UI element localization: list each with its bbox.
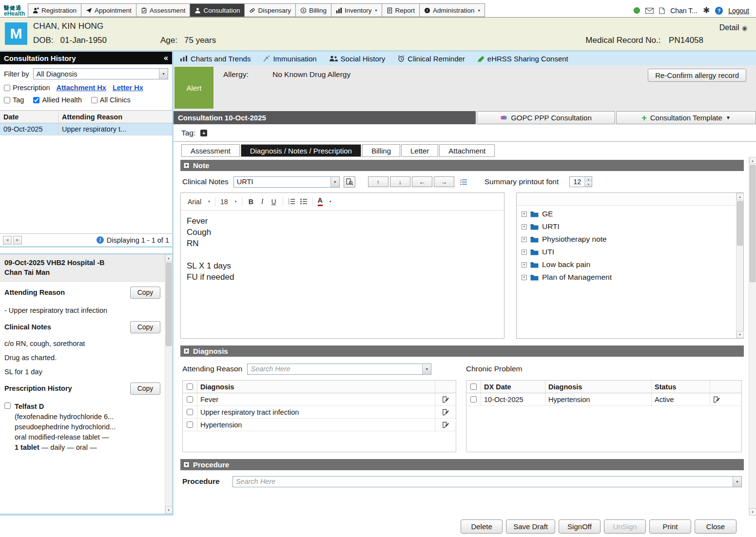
immunisation-link[interactable]: Immunisation: [263, 55, 316, 63]
logout-link[interactable]: Logout: [728, 7, 749, 15]
italic-button[interactable]: I: [260, 198, 265, 206]
chronic-problem-row[interactable]: 10-Oct-2025 Hypertension Active: [466, 393, 741, 406]
edit-diagnosis-icon[interactable]: [435, 406, 456, 418]
nav-tab-administration[interactable]: i Administration ▾: [419, 3, 485, 17]
tree-item-low-back-pain[interactable]: + Low back pain: [522, 260, 731, 269]
status-column-header[interactable]: Status: [652, 381, 710, 393]
tab-attachment[interactable]: Attachment: [439, 144, 495, 157]
diagnosis-row-checkbox[interactable]: [187, 396, 193, 403]
diagnosis-filter-select[interactable]: All Diagnosis ▼: [33, 68, 168, 79]
page-next-button[interactable]: ►: [13, 236, 22, 245]
collapse-panel-icon[interactable]: «: [164, 54, 168, 62]
attending-reason-column-header[interactable]: Attending Reason: [58, 113, 172, 121]
scrollbar-thumb[interactable]: [166, 263, 172, 346]
scroll-up-icon[interactable]: ▲: [165, 254, 173, 262]
scroll-up-icon[interactable]: ▲: [749, 157, 756, 164]
expand-icon[interactable]: +: [522, 249, 527, 255]
dx-date-column-header[interactable]: DX Date: [481, 381, 545, 393]
tree-item-uti[interactable]: + UTI: [522, 248, 731, 256]
spinner-down-icon[interactable]: ▼: [585, 182, 592, 187]
diagnosis-row-fever[interactable]: Fever: [183, 393, 456, 406]
close-button[interactable]: Close: [695, 519, 737, 534]
chronic-row-checkbox[interactable]: [470, 396, 477, 403]
prescription-checkbox[interactable]: [4, 85, 10, 91]
tree-item-physiotherapy-note[interactable]: + Physiotherapy note: [522, 235, 731, 244]
font-size-dropdown[interactable]: 18 ▾: [220, 198, 237, 206]
copy-prescription-button[interactable]: Copy: [130, 383, 160, 395]
tree-item-urti[interactable]: + URTI: [522, 222, 731, 231]
nav-tab-report[interactable]: Report: [382, 3, 420, 17]
clinical-notes-select[interactable]: URTI ▼: [233, 176, 340, 188]
edit-diagnosis-icon[interactable]: [435, 393, 456, 405]
diagnosis-column-header[interactable]: Diagnosis: [197, 381, 435, 393]
prescription-item-checkbox[interactable]: [4, 403, 11, 409]
tab-assessment[interactable]: Assessment: [181, 144, 240, 157]
diagnosis-row-checkbox[interactable]: [187, 422, 193, 428]
note-editor-content[interactable]: Fever Cough RN SL X 1 days FU if needed: [181, 211, 504, 338]
reconfirm-allergy-button[interactable]: Re-Confirm allergy record: [648, 69, 746, 82]
ehrss-sharing-consent-link[interactable]: eHRSS Sharing Consent: [478, 55, 568, 63]
scroll-down-icon[interactable]: ▼: [737, 331, 744, 338]
scroll-down-icon[interactable]: ▼: [749, 508, 756, 516]
font-size-spinner[interactable]: 12 ▲ ▼: [569, 176, 592, 187]
expand-icon[interactable]: +: [522, 262, 527, 268]
move-up-button[interactable]: ↑: [368, 176, 388, 187]
font-color-dropdown[interactable]: A ▾: [318, 197, 331, 206]
gopc-ppp-consultation-button[interactable]: GOPC PPP Consultation: [477, 111, 615, 124]
date-column-header[interactable]: Date: [0, 111, 58, 123]
collapse-section-icon[interactable]: ▼: [183, 162, 190, 169]
tree-item-plan-of-management[interactable]: + Plan of Management: [522, 273, 731, 282]
nav-tab-appointment[interactable]: Appointment: [81, 3, 136, 17]
expand-icon[interactable]: +: [522, 224, 527, 230]
edit-diagnosis-icon[interactable]: [435, 419, 456, 431]
delete-button[interactable]: Delete: [461, 519, 503, 534]
select-all-chronic-checkbox[interactable]: [470, 384, 477, 390]
signoff-button[interactable]: SignOff: [559, 519, 601, 534]
bullet-list-button[interactable]: [300, 198, 308, 205]
main-content-scrollbar[interactable]: ▲ ▼: [749, 157, 756, 516]
tab-letter[interactable]: Letter: [401, 144, 438, 157]
sort-list-icon[interactable]: [458, 176, 470, 188]
page-icon[interactable]: [659, 7, 665, 14]
diagnosis-row-urti[interactable]: Upper respiratory tract infection: [183, 406, 456, 419]
font-size-value[interactable]: 12: [570, 177, 584, 187]
scrollbar-thumb[interactable]: [737, 201, 743, 246]
nav-tab-registration[interactable]: Registration: [28, 3, 81, 17]
underline-button[interactable]: U: [270, 198, 277, 206]
clinical-reminder-link[interactable]: Clinical Reminder: [398, 55, 465, 63]
bold-button[interactable]: B: [247, 198, 255, 206]
print-button[interactable]: Print: [649, 519, 691, 534]
attending-reason-search[interactable]: Search Here ▼: [247, 364, 431, 375]
scrollbar-thumb[interactable]: [750, 165, 756, 282]
tab-diagnosis-notes-prescription[interactable]: Diagnosis / Notes / Prescription: [241, 144, 361, 157]
current-user[interactable]: Chan T...: [670, 7, 698, 15]
attachment-hx-link[interactable]: Attachment Hx: [57, 84, 106, 92]
help-icon[interactable]: ?: [715, 7, 723, 15]
alert-button[interactable]: Alert: [174, 67, 213, 109]
dropdown-caret-icon[interactable]: ▼: [733, 477, 741, 487]
detail-panel-scrollbar[interactable]: ▲ ▼: [165, 254, 172, 514]
diagnosis-row-hypertension[interactable]: Hypertension: [183, 419, 456, 431]
chronic-diagnosis-column-header[interactable]: Diagnosis: [545, 381, 652, 393]
scroll-up-icon[interactable]: ▲: [737, 193, 744, 200]
nav-tab-dispensary[interactable]: Dispensary: [244, 3, 296, 17]
page-previous-button[interactable]: ◄: [3, 236, 12, 245]
mail-icon[interactable]: [645, 8, 654, 14]
preview-note-button[interactable]: [344, 176, 355, 188]
numbered-list-button[interactable]: 123: [288, 198, 295, 205]
diagnosis-row-checkbox[interactable]: [187, 409, 193, 415]
copy-clinical-notes-button[interactable]: Copy: [130, 321, 160, 333]
dropdown-caret-icon[interactable]: ▼: [159, 69, 168, 79]
expand-icon[interactable]: +: [522, 211, 527, 217]
move-left-button[interactable]: ←: [412, 176, 432, 187]
allied-health-checkbox[interactable]: [33, 97, 39, 103]
history-row-selected[interactable]: 09-Oct-2025 Upper respiratory t...: [0, 123, 172, 135]
all-clinics-checkbox[interactable]: [91, 97, 97, 103]
move-right-button[interactable]: →: [434, 176, 454, 187]
detail-button[interactable]: Detail ◉: [719, 23, 747, 32]
edit-chronic-icon[interactable]: [710, 393, 741, 405]
procedure-search[interactable]: Search Here ▼: [233, 476, 742, 487]
nav-tab-billing[interactable]: $ Billing: [295, 3, 331, 17]
expand-icon[interactable]: +: [522, 275, 527, 280]
select-all-diagnosis-checkbox[interactable]: [187, 384, 193, 390]
